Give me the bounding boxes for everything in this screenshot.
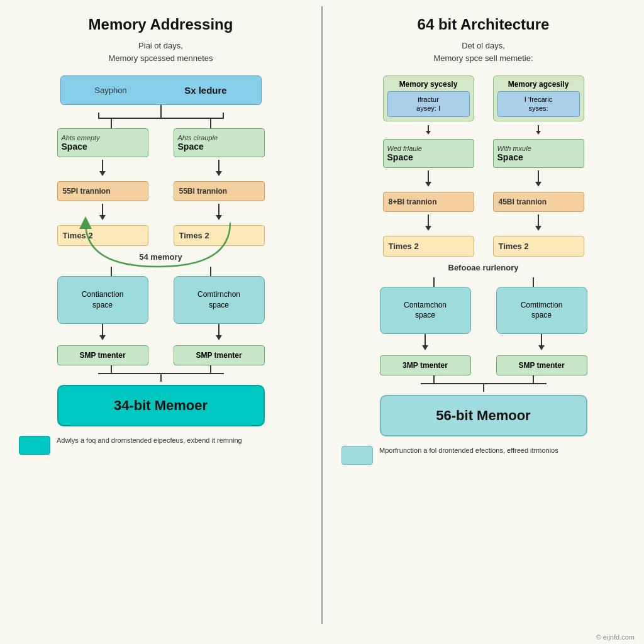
bottom-cols: Contianction space SMP tmenter Comtirnch… <box>57 276 265 365</box>
left-cyan-box: Contianction space <box>57 276 148 324</box>
arrow-4 <box>218 204 219 216</box>
arrow-r4 <box>538 214 539 227</box>
top-merged-box: Sayphon Sx ledure <box>60 75 262 105</box>
right-subtitle: Det ol days, Memory spce sell memetie: <box>433 40 533 64</box>
left-green-box: Ahts emepty Space <box>57 128 148 157</box>
watermark: © eijnfd.com <box>0 630 644 644</box>
right-green-1: Wed frlaule Space <box>383 139 474 168</box>
right-legend: Mporfrunction a fol drontended efections… <box>335 446 631 465</box>
arrow-r3 <box>538 170 539 183</box>
legend-light-box <box>341 446 373 465</box>
right-cyan-box: Comtirnchon space <box>174 276 265 324</box>
arrow-6 <box>218 324 219 336</box>
left-diagram: Sayphon Sx ledure Ahts emepty <box>13 75 309 426</box>
right-cyan-1: Contamchon space <box>380 287 471 335</box>
arrow-r1 <box>428 170 429 183</box>
branch-line-left <box>111 119 112 128</box>
horiz-bridge <box>98 118 224 119</box>
right-panel: 64 bit Architecture Det ol days, Memory … <box>323 6 644 624</box>
right-peach-box: Times 2 <box>174 225 265 246</box>
right-peach-1: Times 2 <box>383 236 474 257</box>
right-smp-2: SMP tmenter <box>496 355 587 375</box>
left-legend: Adwlys a foq and dromstended eipecfeus, … <box>13 436 309 455</box>
nested-outer-2: Memory agcesily I 'frecaric syses: <box>493 75 584 121</box>
right-salmon-1: 8+BI trannion <box>383 192 474 212</box>
right-bottom-left: Contamchon space 3MP tmenter <box>380 287 471 376</box>
bottom-right-col: Comtirnchon space SMP tmenter <box>174 276 265 365</box>
bottom-left-col: Contianction space SMP tmenter <box>57 276 148 365</box>
legend-text-right: Mporfrunction a fol drontended efections… <box>379 446 558 455</box>
right-bottom-cols: Contamchon space 3MP tmenter Comtimction… <box>380 287 587 376</box>
arrow-r5 <box>425 334 426 347</box>
arrow-r6 <box>541 334 542 347</box>
nested-inner-2: I 'frecaric syses: <box>497 91 580 117</box>
branch-lines <box>111 119 211 128</box>
nested-outer-1: Memory sycesly ifractur aysey: I <box>383 75 474 121</box>
final-box: 34-bit Memoer <box>57 385 265 426</box>
arrow-r2 <box>428 214 429 227</box>
right-col-1: Memory sycesly ifractur aysey: I Wed frl… <box>383 75 474 257</box>
arrow-2 <box>102 204 103 216</box>
arrow-1 <box>102 160 103 172</box>
arrow-3 <box>218 160 219 172</box>
bottom-branch-lines <box>111 267 211 276</box>
right-bottom-right: Comtimction space SMP tmenter <box>496 287 587 376</box>
right-top-cols: Memory sycesly ifractur aysey: I Wed frl… <box>383 75 584 257</box>
arrow-5 <box>102 324 103 336</box>
right-smp-1: 3MP tmenter <box>380 355 471 375</box>
right-salmon-2: 45BI trannion <box>493 192 584 212</box>
right-salmon-box: 55BI trannion <box>174 181 265 201</box>
legend-teal-box <box>19 436 50 455</box>
right-merge-lines <box>433 375 534 383</box>
mid-cols: Ahts emepty Space 55PI trannion Times 2 <box>57 128 265 246</box>
legend-text-left: Adwlys a foq and dromstended eipecfeus, … <box>57 436 242 445</box>
right-green-box: Ahts cirauple Space <box>174 128 265 157</box>
right-bottom-branch <box>433 277 534 287</box>
branch-line-right <box>210 119 211 128</box>
right-green-2: With mxule Space <box>493 139 584 168</box>
right-final-vert <box>483 384 484 392</box>
right-col-2: Memory agcesily I 'frecaric syses: With … <box>493 75 584 257</box>
left-title: Memory Addressing <box>89 16 233 33</box>
left-peach-box: Times 2 <box>57 225 148 246</box>
right-title: 64 bit Architecture <box>418 16 550 33</box>
left-col: Ahts emepty Space 55PI trannion Times 2 <box>57 128 148 246</box>
small-arrow-2 <box>538 125 539 131</box>
right-diagram: Memory sycesly ifractur aysey: I Wed frl… <box>335 75 631 436</box>
nested-inner-1: ifractur aysey: I <box>387 91 470 117</box>
right-cyan-2: Comtimction space <box>496 287 587 335</box>
final-vert <box>160 374 162 382</box>
left-panel: Memory Addressing Piai ot days, Memory s… <box>0 6 323 624</box>
merge-lines <box>111 365 211 373</box>
right-final-box: 56-bit Memoor <box>380 395 587 436</box>
left-smp-box: SMP tmenter <box>57 345 148 365</box>
vert-line-1 <box>160 105 162 118</box>
right-smp-box: SMP tmenter <box>174 345 265 365</box>
left-subtitle: Piai ot days, Memory spcessed mennetes <box>108 40 213 64</box>
right-middle-label: Befooae rurlenory <box>448 263 519 272</box>
right-peach-2: Times 2 <box>493 236 584 257</box>
middle-label: 54 memory <box>139 252 182 262</box>
left-salmon-box: 55PI trannion <box>57 181 148 201</box>
right-col: Ahts cirauple Space 55BI trannion Times … <box>174 128 265 246</box>
small-arrow-1 <box>428 125 429 131</box>
